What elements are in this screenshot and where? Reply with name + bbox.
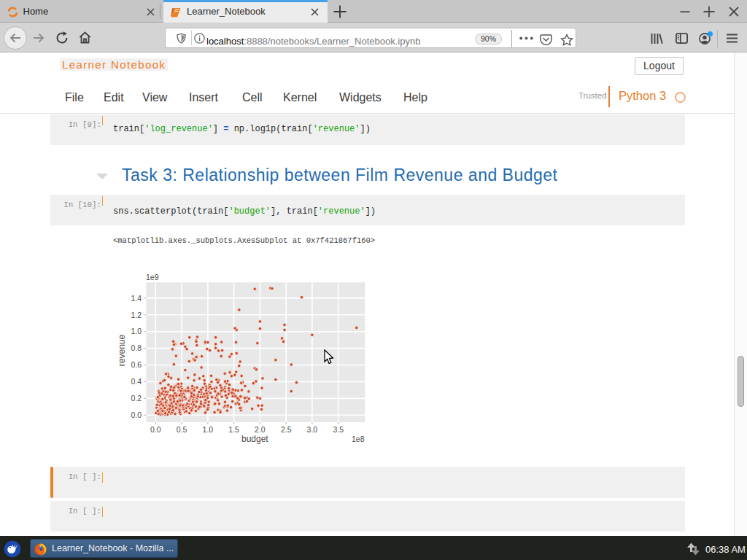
svg-text:3.5: 3.5 (333, 425, 344, 434)
svg-text:1.0: 1.0 (131, 327, 142, 335)
svg-text:0.2: 0.2 (131, 394, 142, 402)
svg-text:1.0: 1.0 (203, 425, 214, 434)
svg-text:0.5: 0.5 (177, 425, 187, 434)
svg-text:3.0: 3.0 (307, 425, 318, 434)
svg-text:0.8: 0.8 (131, 343, 142, 352)
svg-text:1.4: 1.4 (131, 294, 142, 303)
svg-text:1.2: 1.2 (131, 311, 142, 319)
svg-text:2.5: 2.5 (281, 425, 292, 434)
svg-text:budget: budget (241, 434, 268, 444)
svg-text:1e8: 1e8 (352, 435, 365, 443)
svg-text:0.4: 0.4 (131, 377, 142, 386)
svg-text:0.0: 0.0 (131, 411, 142, 419)
svg-text:2.0: 2.0 (255, 425, 266, 434)
svg-text:1.5: 1.5 (228, 425, 239, 434)
svg-text:0.0: 0.0 (150, 425, 161, 434)
svg-text:1e9: 1e9 (146, 273, 159, 281)
svg-text:revenue: revenue (117, 334, 127, 366)
svg-text:0.6: 0.6 (131, 360, 142, 369)
